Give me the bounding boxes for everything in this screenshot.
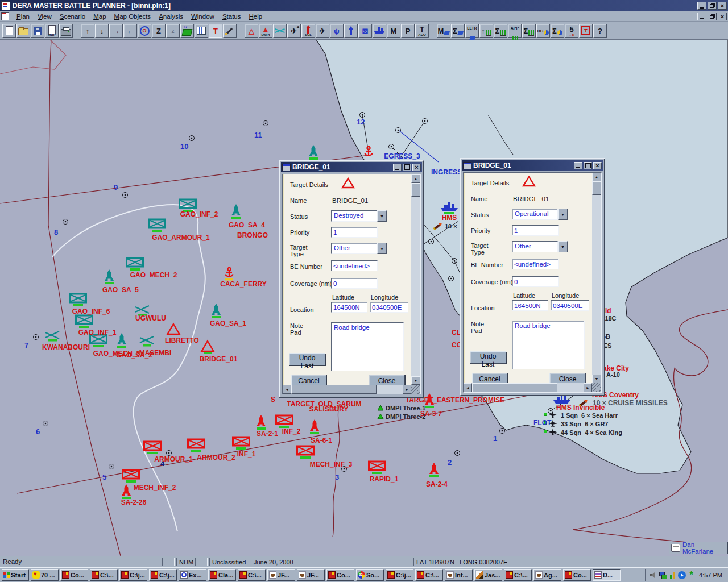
help-button[interactable]: ? — [593, 24, 607, 38]
scrollbar-thumb[interactable] — [472, 383, 557, 392]
vertical-scrollbar[interactable]: ▲ ▼ — [411, 174, 420, 385]
task-button-8[interactable]: JF... — [267, 569, 295, 581]
grid-view-button[interactable] — [195, 24, 208, 38]
inf-unit-icon[interactable] — [367, 460, 387, 475]
waypoint-icon[interactable] — [454, 450, 461, 456]
dialog-minimize-button[interactable] — [574, 162, 582, 169]
pan-up-button[interactable]: ↑ — [81, 24, 94, 38]
scroll-up-icon[interactable]: ▲ — [592, 173, 601, 181]
inf-unit-icon[interactable] — [147, 218, 167, 233]
sam-unit-icon[interactable] — [210, 303, 222, 319]
dmpi-unit-icon[interactable] — [377, 413, 384, 419]
task-button-0[interactable]: 70 ... — [31, 569, 59, 581]
waypoint-icon[interactable] — [451, 257, 458, 264]
menu-window[interactable]: Window — [187, 13, 218, 20]
pan-left-button[interactable]: ← — [123, 24, 137, 38]
menu-map-objects[interactable]: Map Objects — [110, 13, 155, 20]
coverage-field[interactable] — [331, 278, 378, 289]
sam-unit-icon[interactable] — [428, 462, 440, 478]
plane-unit-icon[interactable] — [548, 428, 557, 436]
task-button-9[interactable]: JF... — [297, 569, 325, 581]
task-button-12[interactable]: C:\j... — [386, 569, 413, 581]
task-button-19[interactable]: D... — [593, 569, 621, 581]
scroll-right-icon[interactable]: ► — [403, 385, 411, 394]
inf-unit-icon[interactable] — [295, 445, 316, 460]
dialog-minimize-button[interactable] — [393, 164, 402, 171]
waypoint-icon[interactable] — [395, 127, 402, 134]
priority-field[interactable] — [331, 227, 378, 238]
waypoint-icon[interactable] — [122, 192, 129, 198]
task-button-3[interactable]: C:\j... — [119, 569, 147, 581]
gsq-unit-icon[interactable] — [544, 430, 547, 433]
scroll-down-icon[interactable]: ▼ — [411, 376, 420, 385]
waypoint-icon[interactable] — [188, 135, 195, 142]
sum-overlay-button[interactable]: Σ — [451, 24, 465, 38]
pan-right-button[interactable]: → — [109, 24, 123, 38]
start-button[interactable]: Start — [2, 569, 29, 581]
restore-button[interactable] — [708, 2, 717, 10]
inf-unit-icon[interactable] — [186, 438, 206, 453]
stats-sum-2-button[interactable]: Σ — [522, 24, 536, 38]
zoom-out-button[interactable]: z — [166, 24, 180, 38]
cancel-button[interactable]: Cancel — [472, 373, 507, 383]
task-button-14[interactable]: Inf... — [445, 569, 473, 581]
scroll-left-icon[interactable]: ◄ — [464, 383, 472, 392]
dialog-maximize-button[interactable] — [403, 164, 411, 171]
task-button-5[interactable]: Ex... — [179, 569, 206, 581]
flot-tool-button[interactable] — [273, 24, 287, 38]
scroll-up-icon[interactable]: ▲ — [411, 174, 420, 183]
waypoint-icon[interactable] — [421, 118, 428, 124]
scroll-right-icon[interactable]: ► — [584, 383, 592, 392]
sam-unit-icon[interactable] — [308, 419, 321, 435]
stats-app-button[interactable]: APP — [508, 24, 522, 38]
document-icon[interactable] — [1, 12, 9, 20]
dialog-close-button[interactable]: × — [593, 162, 602, 169]
scroll-left-icon[interactable]: ◄ — [283, 385, 291, 394]
add-target-button[interactable]: △ — [245, 24, 258, 38]
note-pad-field[interactable]: Road bridge — [331, 322, 404, 371]
target-details-dialog[interactable]: BRIDGE_01 × Target Details Name BRIDGE_0… — [460, 158, 605, 396]
task-button-4[interactable]: C:\j... — [149, 569, 177, 581]
task-button-17[interactable]: Ag... — [533, 569, 561, 581]
unit-tool-button[interactable]: ⊠ — [358, 24, 372, 38]
sam-unit-icon[interactable] — [115, 332, 128, 348]
cross-unit-icon[interactable] — [44, 330, 61, 342]
scrollbar-thumb[interactable] — [592, 181, 601, 195]
undo-last-button[interactable]: Undo Last — [470, 351, 506, 364]
anchor-unit-icon[interactable] — [224, 267, 234, 281]
scrollbar-thumb[interactable] — [411, 183, 420, 197]
menu-map[interactable]: Map — [89, 13, 110, 20]
sam-unit-icon[interactable] — [103, 269, 115, 285]
aco-tool-button[interactable]: TACO — [415, 24, 429, 38]
waypoint-icon[interactable] — [388, 143, 395, 150]
waypoint-icon[interactable] — [499, 427, 506, 434]
close-dialog-button[interactable]: Close — [549, 373, 586, 383]
messenger-icon[interactable] — [678, 571, 686, 579]
note-pad-field[interactable]: Road bridge — [512, 321, 585, 369]
waypoint-icon[interactable] — [448, 275, 454, 282]
dropdown-arrow-icon[interactable]: ▼ — [558, 241, 568, 252]
waypoint-icon[interactable] — [547, 408, 554, 414]
dialog-title-bar[interactable]: BRIDGE_01 × — [462, 160, 603, 171]
menu-view[interactable]: View — [34, 13, 56, 20]
p-tool-button[interactable]: P — [401, 24, 415, 38]
zoom-in-button[interactable]: Z — [152, 24, 166, 38]
route-5r-button[interactable]: 5↔R — [565, 24, 578, 38]
aircraft-4-button[interactable]: ✈4 — [287, 24, 301, 38]
waypoint-icon[interactable] — [108, 463, 115, 470]
bg-pie-button[interactable]: BG — [536, 24, 550, 38]
menu-plan[interactable]: Plan — [13, 13, 34, 20]
status-dropdown[interactable]: Destroyed ▼ — [331, 210, 387, 222]
scrollbar-thumb[interactable] — [291, 385, 377, 394]
tri-unit-icon[interactable] — [166, 322, 181, 338]
open-button[interactable] — [16, 24, 30, 38]
sam-unit-icon[interactable] — [307, 144, 320, 160]
target-type-dropdown[interactable]: Other ▼ — [331, 243, 387, 254]
msl-unit-icon[interactable] — [433, 222, 443, 230]
task-button-6[interactable]: Cla... — [208, 569, 236, 581]
sum-pie-button[interactable]: Σ — [551, 24, 564, 38]
aircraft-button[interactable]: ✈ — [316, 24, 329, 38]
menu-scenario[interactable]: Scenario — [56, 13, 89, 20]
dialog-close-button[interactable]: × — [412, 164, 421, 171]
save-button[interactable] — [31, 24, 44, 38]
